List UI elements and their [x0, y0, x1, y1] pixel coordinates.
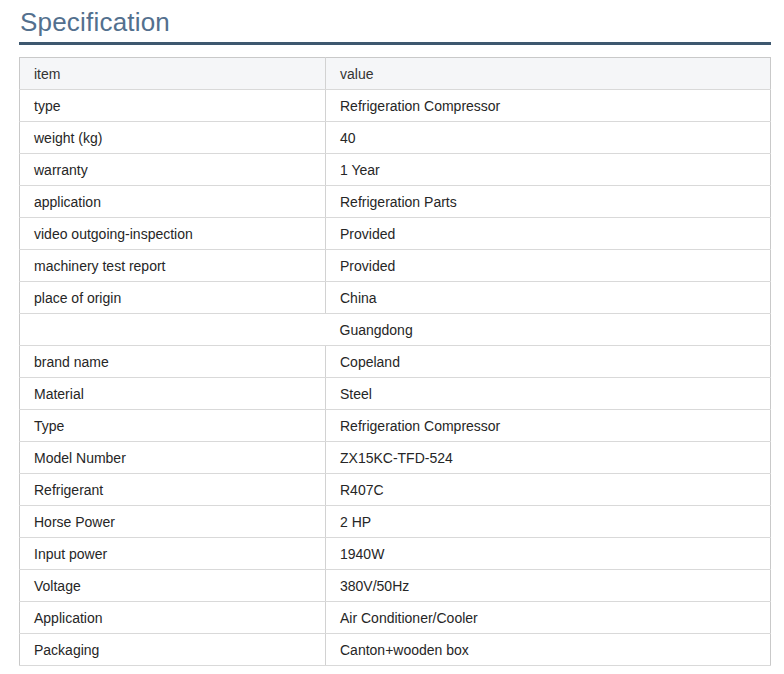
item-cell: machinery test report [20, 250, 326, 282]
item-cell: Voltage [20, 570, 326, 602]
table-row: video outgoing-inspection Provided [20, 218, 771, 250]
table-row: Packaging Canton+wooden box [20, 634, 771, 666]
specification-section: Specification item value type Refrigerat… [0, 0, 784, 666]
value-cell: R407C [326, 474, 771, 506]
table-row: Guangdong [20, 314, 771, 346]
item-cell: warranty [20, 154, 326, 186]
item-cell: Application [20, 602, 326, 634]
table-row: warranty 1 Year [20, 154, 771, 186]
item-cell: Model Number [20, 442, 326, 474]
value-cell: Copeland [326, 346, 771, 378]
value-cell: Refrigeration Compressor [326, 90, 771, 122]
value-cell: 2 HP [326, 506, 771, 538]
table-row: Material Steel [20, 378, 771, 410]
table-head: item value [20, 58, 771, 90]
item-cell: Input power [20, 538, 326, 570]
item-cell: place of origin [20, 282, 326, 314]
item-cell: Horse Power [20, 506, 326, 538]
table-row: place of origin China [20, 282, 771, 314]
table-row: Refrigerant R407C [20, 474, 771, 506]
value-cell: 1 Year [326, 154, 771, 186]
value-cell: 380V/50Hz [326, 570, 771, 602]
table-header-row: item value [20, 58, 771, 90]
table-row: brand name Copeland [20, 346, 771, 378]
value-cell: Steel [326, 378, 771, 410]
table-row: Model Number ZX15KC-TFD-524 [20, 442, 771, 474]
table-row: machinery test report Provided [20, 250, 771, 282]
item-cell: application [20, 186, 326, 218]
specification-table: item value type Refrigeration Compressor… [19, 57, 771, 666]
value-cell: China [326, 282, 771, 314]
value-cell: 40 [326, 122, 771, 154]
value-cell: Air Conditioner/Cooler [326, 602, 771, 634]
item-cell: video outgoing-inspection [20, 218, 326, 250]
item-cell: Packaging [20, 634, 326, 666]
table-row: Type Refrigeration Compressor [20, 410, 771, 442]
item-cell: brand name [20, 346, 326, 378]
value-cell: Refrigeration Compressor [326, 410, 771, 442]
table-body: type Refrigeration Compressor weight (kg… [20, 90, 771, 666]
value-cell: Provided [326, 218, 771, 250]
value-cell: Provided [326, 250, 771, 282]
title-divider [19, 42, 771, 45]
table-row: type Refrigeration Compressor [20, 90, 771, 122]
value-cell: Guangdong [326, 314, 771, 346]
table-row: weight (kg) 40 [20, 122, 771, 154]
item-cell [20, 314, 326, 346]
item-cell: type [20, 90, 326, 122]
table-row: Voltage 380V/50Hz [20, 570, 771, 602]
value-cell: ZX15KC-TFD-524 [326, 442, 771, 474]
value-cell: Refrigeration Parts [326, 186, 771, 218]
column-header-item: item [20, 58, 326, 90]
item-cell: weight (kg) [20, 122, 326, 154]
column-header-value: value [326, 58, 771, 90]
table-row: Horse Power 2 HP [20, 506, 771, 538]
page-title: Specification [20, 4, 771, 40]
item-cell: Type [20, 410, 326, 442]
item-cell: Material [20, 378, 326, 410]
table-row: application Refrigeration Parts [20, 186, 771, 218]
table-row: Input power 1940W [20, 538, 771, 570]
value-cell: 1940W [326, 538, 771, 570]
value-cell: Canton+wooden box [326, 634, 771, 666]
table-row: Application Air Conditioner/Cooler [20, 602, 771, 634]
item-cell: Refrigerant [20, 474, 326, 506]
